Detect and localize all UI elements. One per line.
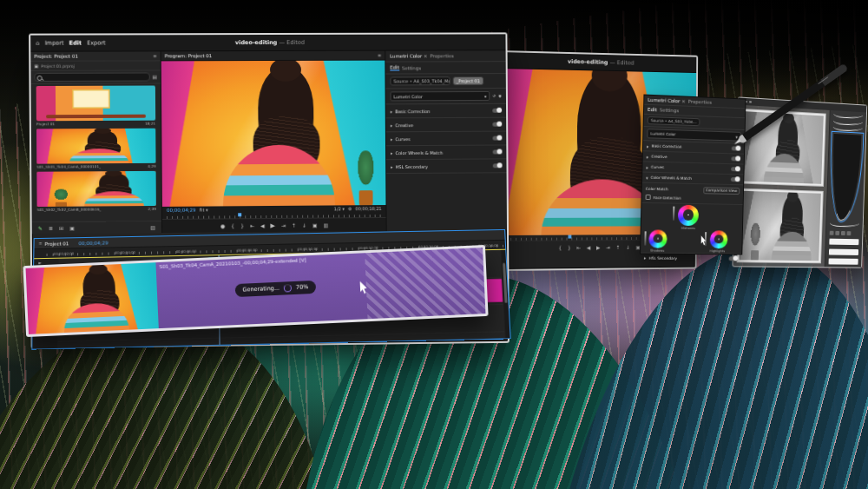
titlebar[interactable]: ⌂ Import Edit Export video-editing — Edi… bbox=[30, 34, 505, 51]
mark-out-button[interactable]: } bbox=[240, 222, 244, 228]
brush-stroke-option[interactable] bbox=[830, 222, 859, 228]
swatch[interactable] bbox=[829, 248, 858, 254]
subtab-settings[interactable]: Settings bbox=[402, 65, 421, 70]
project-button[interactable]: _Project 01 bbox=[453, 76, 483, 85]
highlights-slider[interactable] bbox=[705, 232, 707, 246]
section-toggle[interactable] bbox=[492, 109, 502, 113]
playback-resolution-select[interactable]: 1/2 ▾ bbox=[334, 206, 345, 211]
section-hsl-secondary[interactable]: ▸ HSL Secondary bbox=[641, 253, 742, 263]
preset-select[interactable]: Lumetri Color▾ bbox=[391, 91, 490, 101]
tab-properties[interactable]: Properties bbox=[688, 99, 712, 105]
step-back-button[interactable]: ◀ bbox=[587, 244, 590, 250]
source-clip-button[interactable]: Source • A4_S03_Tk04… bbox=[648, 116, 700, 126]
bin-item-caption[interactable]: Project 01 18;21 bbox=[31, 121, 161, 128]
search-input[interactable] bbox=[35, 72, 150, 82]
go-to-in-button[interactable]: ⇤ bbox=[576, 244, 581, 250]
brush-stroke-option[interactable] bbox=[833, 120, 863, 126]
playhead-marker[interactable] bbox=[238, 213, 241, 216]
tool-button[interactable] bbox=[847, 231, 852, 235]
lift-button[interactable]: ↑ bbox=[292, 222, 296, 228]
mark-in-button[interactable]: { bbox=[558, 245, 562, 251]
preset-select[interactable]: Lumetri Color▾ bbox=[647, 129, 741, 142]
bin-thumbnail-room[interactable] bbox=[36, 86, 156, 122]
section-color-wheels-match[interactable]: ▸ Color Wheels & Match bbox=[386, 145, 506, 160]
section-toggle[interactable] bbox=[492, 122, 502, 127]
reset-icon[interactable]: ↺ bbox=[492, 94, 496, 98]
list-view-button[interactable]: ≣ bbox=[49, 225, 53, 231]
section-toggle[interactable] bbox=[731, 167, 740, 171]
section-basic-correction[interactable]: ▸ Basic Correction bbox=[386, 104, 506, 119]
shadows-slider[interactable] bbox=[644, 231, 646, 245]
bin-item-caption[interactable]: S01_Sh01_Tk04_CamA_00000101_ 4;29 bbox=[31, 163, 161, 170]
new-item-button[interactable]: ▣ bbox=[69, 225, 75, 231]
midtones-slider[interactable] bbox=[673, 206, 674, 220]
fit-select[interactable]: Fit ▾ bbox=[200, 208, 208, 213]
play-button[interactable]: ▶ bbox=[596, 244, 600, 250]
playhead-marker[interactable] bbox=[568, 235, 571, 239]
shadows-wheel[interactable] bbox=[648, 229, 667, 248]
brush-stroke-option[interactable] bbox=[833, 113, 863, 119]
section-hsl-secondary[interactable]: ▸ HSL Secondary bbox=[386, 159, 506, 174]
step-back-button[interactable]: ◀ bbox=[260, 222, 265, 228]
tab-project[interactable]: Project: Project 01 bbox=[34, 54, 78, 59]
edit-original-button[interactable]: ✎ bbox=[38, 225, 43, 231]
close-icon[interactable]: × bbox=[424, 53, 428, 58]
tool-button[interactable] bbox=[830, 230, 834, 235]
close-icon[interactable]: × bbox=[681, 98, 686, 103]
icon-view-button[interactable]: ⊞ bbox=[59, 225, 63, 231]
mark-in-button[interactable]: { bbox=[231, 222, 234, 228]
brush-stroke-option[interactable] bbox=[833, 126, 863, 132]
comparison-view-button[interactable]: ▥ bbox=[324, 221, 329, 228]
section-toggle[interactable] bbox=[732, 146, 741, 150]
section-toggle[interactable] bbox=[492, 136, 502, 141]
face-detection-checkbox[interactable] bbox=[646, 195, 651, 200]
subtab-edit[interactable]: Edit bbox=[390, 65, 399, 71]
swatch[interactable] bbox=[829, 239, 858, 246]
record-marker-button[interactable]: ● bbox=[220, 222, 225, 228]
bin-thumbnail-clip-a[interactable] bbox=[36, 129, 156, 164]
bin-item-caption[interactable]: S01_Sh02_Tk02_CamB_00000616_ 2;39 bbox=[32, 206, 161, 213]
tab-properties[interactable]: Properties bbox=[430, 53, 454, 58]
go-to-in-button[interactable]: ⇤ bbox=[250, 222, 254, 228]
subtab-edit[interactable]: Edit bbox=[648, 107, 657, 112]
section-curves[interactable]: ▸ Curves bbox=[386, 132, 506, 147]
go-to-out-button[interactable]: ⇥ bbox=[606, 244, 610, 250]
folder-icon[interactable]: ▤ bbox=[153, 74, 157, 79]
swatch[interactable] bbox=[829, 258, 858, 264]
section-toggle[interactable] bbox=[493, 163, 503, 168]
extract-button[interactable]: ↓ bbox=[302, 222, 306, 228]
tab-lumetri-color[interactable]: Lumetri Color × bbox=[648, 97, 686, 104]
highlights-wheel[interactable] bbox=[710, 230, 728, 248]
delete-button[interactable]: ▥ bbox=[150, 224, 155, 230]
panel-menu-icon[interactable]: ≡ bbox=[153, 53, 156, 58]
tool-button[interactable] bbox=[835, 230, 839, 235]
bin-thumbnail-clip-b[interactable] bbox=[36, 171, 156, 207]
tab-lumetri-color[interactable]: Lumetri Color × bbox=[390, 53, 427, 58]
storyboard-frame-1[interactable] bbox=[740, 109, 826, 187]
extract-button[interactable]: ↓ bbox=[626, 244, 630, 250]
comparison-view-button[interactable]: Comparison View bbox=[703, 187, 740, 195]
midtones-wheel[interactable] bbox=[678, 204, 699, 225]
brush-stroke-option-selected[interactable] bbox=[830, 132, 862, 221]
tab-program[interactable]: Program: Project 01 bbox=[165, 53, 213, 58]
section-toggle[interactable] bbox=[493, 149, 503, 154]
panel-menu-icon[interactable]: ≡ bbox=[378, 53, 381, 58]
bypass-eye-icon[interactable]: ◉ bbox=[498, 94, 502, 98]
play-button[interactable]: ▶ bbox=[271, 221, 275, 228]
section-creative[interactable]: ▸ Creative bbox=[386, 118, 506, 133]
settings-wrench-icon[interactable]: ⚙ bbox=[348, 206, 352, 211]
subtab-settings[interactable]: Settings bbox=[660, 107, 680, 113]
export-frame-button[interactable]: ▣ bbox=[312, 222, 318, 228]
mark-out-button[interactable]: } bbox=[568, 244, 571, 250]
toolbar-dot[interactable] bbox=[749, 101, 752, 103]
lift-button[interactable]: ↑ bbox=[616, 244, 621, 250]
section-toggle[interactable] bbox=[731, 156, 740, 161]
go-to-out-button[interactable]: ⇥ bbox=[281, 222, 286, 228]
section-toggle[interactable] bbox=[729, 256, 739, 261]
panel-menu-icon[interactable]: ≡ bbox=[39, 241, 43, 246]
storyboard-frame-2[interactable] bbox=[737, 188, 824, 263]
tool-button[interactable] bbox=[841, 231, 845, 235]
section-toggle[interactable] bbox=[731, 177, 740, 182]
tab-sequence[interactable]: Project 01 bbox=[44, 241, 69, 247]
source-clip-button[interactable]: Source • A4_S03_Tk04_Mast… bbox=[390, 76, 450, 85]
